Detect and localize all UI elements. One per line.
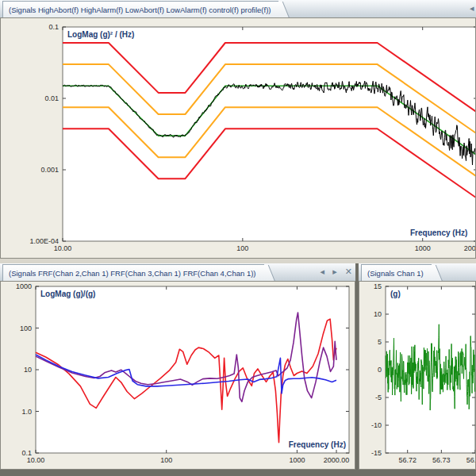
- chart-title: LogMag (g)/(g): [40, 290, 95, 298]
- tab-frf-label: (Signals FRF(Chan 2,Chan 1) FRF(Chan 3,C…: [9, 269, 256, 278]
- panel-divider[interactable]: [355, 263, 359, 476]
- y-tick-label: 0.01: [44, 94, 59, 102]
- tab-time-label: (Signals Chan 1): [367, 269, 424, 278]
- x-tick-label: 1000: [289, 456, 305, 464]
- x-tick-label: 56.74: [466, 456, 475, 464]
- panel-time: (Signals Chan 1) 56.7256.7356.74151050-5…: [359, 263, 476, 470]
- y-tick-label: -5: [375, 393, 382, 401]
- frf-chart-body: 10.0010010002000.001000100101.00.1LogMag…: [0, 281, 355, 470]
- time-tab-bar: (Signals Chan 1): [359, 263, 476, 282]
- window-bottom-edge: [0, 470, 476, 476]
- x-tick-label: 1000: [415, 244, 431, 252]
- psd-chart: 10.0010010002000.000.10.010.0011.00E-04L…: [1, 18, 475, 259]
- x-tick-label: 56.73: [432, 456, 451, 464]
- y-tick-label: -15: [371, 449, 382, 457]
- x-tick-label: 2000.00: [324, 456, 350, 464]
- y-tick-label: 10: [374, 310, 382, 318]
- chart-title: LogMag (g)² / (Hz): [67, 30, 134, 39]
- tab-nav-next-icon[interactable]: ▸: [332, 267, 337, 276]
- x-tick-label: 100: [236, 244, 248, 252]
- x-tick-label: 10.00: [27, 456, 45, 464]
- tab-psd-label: (Signals HighAbort(f) HighAlarm(f) LowAb…: [9, 6, 271, 14]
- tab-psd-signals[interactable]: (Signals HighAbort(f) HighAlarm(f) LowAb…: [2, 1, 278, 18]
- y-tick-label: -10: [371, 421, 382, 429]
- y-tick-label: 1.00E-04: [29, 237, 59, 245]
- x-tick-label: 100: [160, 456, 172, 464]
- tab-time-signals[interactable]: (Signals Chan 1): [361, 264, 432, 282]
- chart-title: (g): [390, 290, 401, 298]
- y-tick-label: 0.001: [40, 166, 59, 174]
- x-axis-label: Frequency (Hz): [410, 228, 467, 237]
- tab-frf-signals[interactable]: (Signals FRF(Chan 2,Chan 1) FRF(Chan 3,C…: [2, 264, 264, 282]
- tab-close-icon[interactable]: ✕: [345, 267, 352, 276]
- y-tick-label: 15: [374, 282, 382, 290]
- y-tick-label: 10: [24, 366, 32, 374]
- y-tick-label: 0: [378, 366, 382, 374]
- x-tick-label: 56.72: [398, 456, 416, 464]
- x-tick-label: 10.00: [54, 244, 72, 252]
- time-chart-body: 56.7256.7356.74151050-5-10-15(g): [359, 281, 476, 470]
- tab-nav-prev-icon[interactable]: ◂: [470, 3, 474, 13]
- x-tick-label: 2000.00: [464, 244, 475, 252]
- y-tick-label: 100: [20, 324, 32, 332]
- y-tick-label: 1000: [16, 282, 32, 290]
- panel-frf: (Signals FRF(Chan 2,Chan 1) FRF(Chan 3,C…: [0, 263, 355, 470]
- frf-tab-bar: (Signals FRF(Chan 2,Chan 1) FRF(Chan 3,C…: [0, 263, 355, 282]
- y-tick-label: 1.0: [21, 408, 32, 416]
- app-window: (Signals HighAbort(f) HighAlarm(f) LowAb…: [0, 0, 476, 476]
- psd-chart-body: 10.0010010002000.000.10.010.0011.00E-04L…: [0, 17, 476, 259]
- tab-nav-prev-icon[interactable]: ◂: [321, 267, 325, 276]
- psd-tab-bar: (Signals HighAbort(f) HighAlarm(f) LowAb…: [0, 0, 476, 18]
- y-tick-label: 0.1: [48, 23, 59, 31]
- y-tick-label: 5: [378, 338, 382, 346]
- time-chart: 56.7256.7356.74151050-5-10-15(g): [359, 282, 475, 469]
- panel-psd: (Signals HighAbort(f) HighAlarm(f) LowAb…: [0, 0, 476, 259]
- y-tick-label: 0.1: [21, 449, 32, 457]
- frf-chart: 10.0010010002000.001000100101.00.1LogMag…: [1, 282, 355, 469]
- plot-area[interactable]: [36, 286, 349, 453]
- frf-tab-nav: ◂ ▸ ✕: [315, 267, 352, 277]
- x-axis-label: Frequency (Hz): [289, 440, 346, 449]
